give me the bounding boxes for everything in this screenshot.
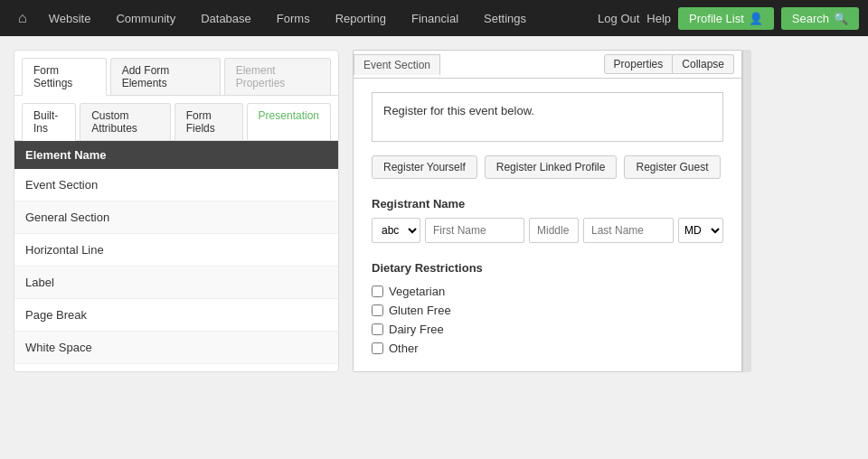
event-text-box: Register for this event below.	[372, 92, 723, 142]
section-header: Event Section Properties Collapse	[354, 51, 741, 79]
list-item-horizontal-line[interactable]: Horizontal Line	[14, 234, 338, 267]
nav-website[interactable]: Website	[36, 0, 104, 36]
profile-list-icon: 👤	[749, 12, 763, 25]
left-panel: Form Settings Add Form Elements Element …	[14, 50, 339, 372]
last-name-input[interactable]	[583, 218, 674, 243]
other-checkbox[interactable]	[372, 342, 383, 354]
register-yourself-button[interactable]: Register Yourself	[372, 155, 477, 179]
top-nav: ⌂ Website Community Database Forms Repor…	[0, 0, 868, 36]
dietary-gluten-free-row: Gluten Free	[372, 301, 723, 320]
nav-forms[interactable]: Forms	[264, 0, 323, 36]
subtab-presentation[interactable]: Presentation	[247, 103, 331, 140]
list-item-general-section[interactable]: General Section	[14, 201, 338, 234]
form-body: Register for this event below. Register …	[354, 79, 741, 371]
sub-tab-bar: Built-Ins Custom Attributes Form Fields …	[14, 96, 338, 141]
tab-bar: Form Settings Add Form Elements Element …	[14, 51, 338, 96]
properties-button[interactable]: Properties	[604, 54, 674, 74]
nav-community[interactable]: Community	[103, 0, 188, 36]
element-list: Element Name Event Section General Secti…	[14, 141, 338, 364]
name-row: abc MD	[372, 218, 723, 243]
element-list-header: Element Name	[14, 141, 338, 169]
tab-form-settings[interactable]: Form Settings	[22, 58, 107, 96]
nav-reporting[interactable]: Reporting	[323, 0, 399, 36]
prefix-select[interactable]: abc	[372, 218, 420, 243]
profile-list-button[interactable]: Profile List 👤	[678, 7, 774, 30]
nav-settings[interactable]: Settings	[471, 0, 539, 36]
nav-database[interactable]: Database	[188, 0, 264, 36]
form-preview: Event Section Properties Collapse Regist…	[353, 50, 742, 372]
list-item-event-section[interactable]: Event Section	[14, 169, 338, 201]
subtab-form-fields[interactable]: Form Fields	[175, 103, 243, 140]
tab-add-form-elements[interactable]: Add Form Elements	[110, 58, 221, 95]
right-panel-wrapper: Event Section Properties Collapse Regist…	[353, 50, 751, 372]
nav-financial[interactable]: Financial	[399, 0, 471, 36]
register-buttons: Register Yourself Register Linked Profil…	[372, 155, 723, 179]
scrollbar-track[interactable]	[742, 50, 751, 372]
profile-list-label: Profile List	[689, 12, 744, 25]
gluten-free-checkbox[interactable]	[372, 304, 383, 316]
vegetarian-label: Vegetarian	[389, 285, 445, 298]
register-guest-button[interactable]: Register Guest	[624, 155, 720, 179]
dairy-free-checkbox[interactable]	[372, 323, 383, 335]
main-content: Form Settings Add Form Elements Element …	[0, 36, 868, 386]
search-button[interactable]: Search 🔍	[781, 7, 859, 30]
tab-element-properties: Element Properties	[224, 58, 331, 95]
logout-link[interactable]: Log Out	[598, 12, 639, 25]
registrant-name-label: Registrant Name	[372, 197, 723, 211]
section-title-label: Event Section	[354, 54, 440, 75]
dietary-dairy-free-row: Dairy Free	[372, 320, 723, 339]
register-linked-profile-button[interactable]: Register Linked Profile	[485, 155, 618, 179]
subtab-custom-attributes[interactable]: Custom Attributes	[80, 103, 171, 140]
section-buttons: Properties Collapse	[597, 51, 741, 78]
nav-right: Log Out Help Profile List 👤 Search 🔍	[598, 7, 859, 30]
middle-name-input[interactable]	[529, 218, 579, 243]
list-item-page-break[interactable]: Page Break	[14, 299, 338, 332]
other-label: Other	[389, 342, 419, 355]
gluten-free-label: Gluten Free	[389, 304, 451, 317]
dietary-vegetarian-row: Vegetarian	[372, 282, 723, 301]
home-icon[interactable]: ⌂	[9, 10, 36, 26]
dietary-label: Dietary Restrictions	[372, 261, 723, 275]
subtab-builtins[interactable]: Built-Ins	[22, 103, 76, 141]
dairy-free-label: Dairy Free	[389, 323, 444, 336]
dietary-other-row: Other	[372, 339, 723, 358]
first-name-input[interactable]	[425, 218, 524, 243]
vegetarian-checkbox[interactable]	[372, 286, 383, 297]
search-label: Search	[792, 12, 829, 25]
list-item-label[interactable]: Label	[14, 267, 338, 299]
list-item-white-space[interactable]: White Space	[14, 332, 338, 364]
collapse-button[interactable]: Collapse	[673, 54, 734, 74]
help-link[interactable]: Help	[646, 12, 671, 25]
nav-left: ⌂ Website Community Database Forms Repor…	[9, 0, 598, 36]
search-icon: 🔍	[834, 12, 848, 25]
suffix-select[interactable]: MD	[678, 218, 723, 243]
dietary-section: Dietary Restrictions Vegetarian Gluten F…	[372, 261, 723, 358]
